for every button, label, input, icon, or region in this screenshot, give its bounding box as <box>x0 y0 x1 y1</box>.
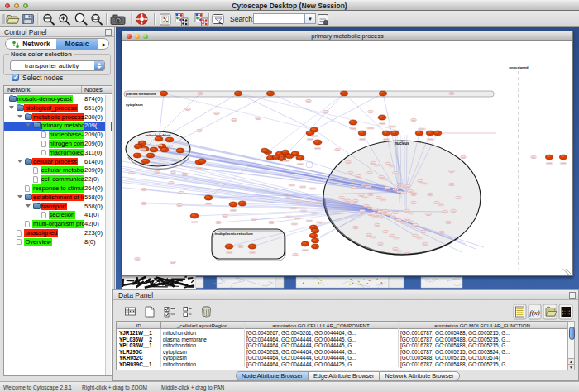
svg-text:plasma membrane: plasma membrane <box>126 92 156 96</box>
svg-text:endoplasmic reticulum: endoplasmic reticulum <box>215 232 253 236</box>
svg-text:cytoplasm: cytoplasm <box>126 103 143 107</box>
svg-text:f(x): f(x) <box>529 308 540 317</box>
svg-text:unassigned: unassigned <box>509 65 529 69</box>
svg-text:nucleus: nucleus <box>395 141 409 146</box>
svg-text:mitochondrion: mitochondrion <box>146 133 171 137</box>
